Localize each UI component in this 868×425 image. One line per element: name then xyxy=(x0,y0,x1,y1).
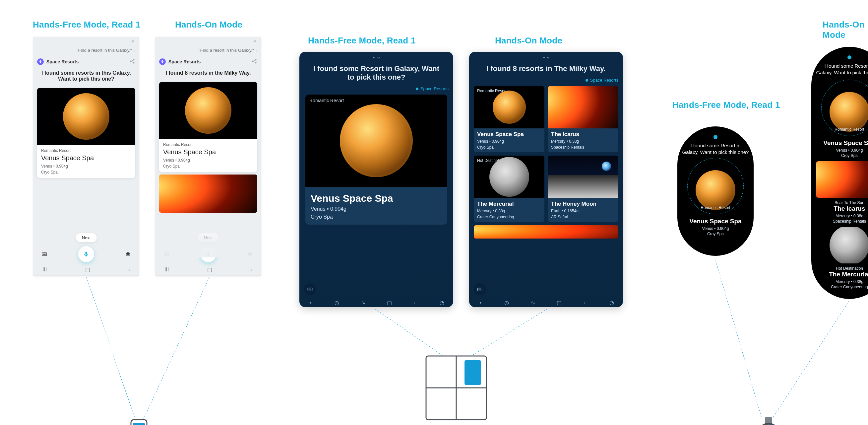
back-icon[interactable]: ‹ xyxy=(250,267,252,273)
svg-line-1 xyxy=(143,277,209,420)
chevron-down-icon[interactable]: ⌄⌄ xyxy=(300,52,453,61)
app-name: Space Resorts xyxy=(590,78,618,83)
home-nav-icon[interactable]: ▢ xyxy=(207,266,212,273)
chevron-down-icon[interactable]: ⌄⌄ xyxy=(469,52,623,61)
recents-icon[interactable]: III xyxy=(42,267,47,273)
svg-rect-7 xyxy=(43,253,44,254)
nav-home-icon[interactable]: ▢ xyxy=(554,300,565,306)
tile-title: The Honey Moon xyxy=(551,201,615,207)
breadcrumb-text: "Find a resort in this Galaxy." xyxy=(198,48,254,53)
nav-home-icon[interactable]: ▢ xyxy=(384,300,395,306)
card-title: Venus Space Spa xyxy=(816,139,868,147)
app-badge: Space Resorts xyxy=(469,76,623,84)
breadcrumb-text: "Find a resort in this Galaxy." xyxy=(76,48,132,53)
nav-clock-icon[interactable]: ◷ xyxy=(501,300,512,306)
next-button[interactable]: Next xyxy=(76,233,97,242)
nav-bell-icon[interactable]: ◔ xyxy=(437,300,447,306)
svg-rect-20 xyxy=(309,290,311,290)
dot-icon xyxy=(586,79,588,82)
nav-dot[interactable]: • xyxy=(475,300,486,306)
nav-graph-icon[interactable]: ∿ xyxy=(527,300,538,306)
home-nav-icon[interactable]: ▢ xyxy=(85,266,90,273)
top-dot-icon xyxy=(847,55,851,59)
card-title: Venus Space Spa xyxy=(41,154,131,162)
watch-device-icon xyxy=(755,416,781,425)
watch-item[interactable]: Romantic Resort Venus Space Spa Venus • … xyxy=(816,80,868,158)
card-sub2: Croy Spa xyxy=(682,232,749,236)
sun-icon xyxy=(816,161,868,198)
resort-card[interactable]: Romantic Resort Venus Space Spa Venus • … xyxy=(159,82,257,172)
share-icon[interactable] xyxy=(251,58,257,65)
planet-venus-icon xyxy=(340,104,413,177)
keyboard-button[interactable] xyxy=(304,283,316,295)
card-image xyxy=(37,88,135,145)
keyboard-button[interactable] xyxy=(38,248,51,260)
nav-dot[interactable]: • xyxy=(305,300,316,306)
label-watch-hf: Hands-Free Mode, Read 1 xyxy=(672,100,780,110)
second-card-image[interactable] xyxy=(159,174,257,213)
wifi-icon xyxy=(253,39,257,44)
tile-sub: Earth • 0.1654g xyxy=(551,209,615,213)
keyboard-button[interactable] xyxy=(160,248,173,260)
resort-grid: Romantic Resort Venus Space Spa Venus • … xyxy=(474,86,618,222)
card-kind: Hot Destination xyxy=(816,266,868,271)
resort-card[interactable]: Romantic Resort Venus Space Spa Venus • … xyxy=(305,94,447,225)
bottom-bar xyxy=(469,283,623,295)
svg-rect-21 xyxy=(477,288,482,291)
home-button[interactable] xyxy=(244,248,256,260)
planet-venus-icon xyxy=(63,93,110,140)
svg-rect-18 xyxy=(310,289,310,289)
android-nav: III ▢ ‹ xyxy=(34,266,138,273)
nav-bell-icon[interactable]: ◔ xyxy=(607,300,617,306)
card-body: Romantic Resort Venus Space Spa Venus • … xyxy=(37,145,135,178)
mic-button[interactable] xyxy=(200,246,216,262)
share-icon[interactable] xyxy=(129,58,135,65)
svg-rect-22 xyxy=(478,289,479,289)
resort-card[interactable]: Romantic Resort Venus Space Spa Venus • … xyxy=(37,88,135,178)
tile-image: Hot Destination xyxy=(474,155,545,198)
phone-device-icon xyxy=(130,419,148,425)
resort-tile[interactable]: Hot Destination The Mercurial Mercury • … xyxy=(474,155,545,222)
tile-image: Soar To The Sun xyxy=(548,86,618,129)
fridge-mock-ho: ⌄⌄ I found 8 resorts in The Milky Way. S… xyxy=(469,52,623,307)
mic-button[interactable] xyxy=(78,246,94,262)
home-button[interactable] xyxy=(122,248,134,260)
breadcrumb[interactable]: "Find a resort in this Galaxy." › xyxy=(34,46,138,55)
focus-ring[interactable]: Romantic Resort xyxy=(687,158,744,214)
app-badge: Space Resorts xyxy=(300,85,453,92)
svg-line-4 xyxy=(715,258,762,418)
back-icon[interactable]: ‹ xyxy=(128,267,130,273)
planet-venus-icon xyxy=(493,91,526,124)
tile-sub: Mercury • 0.38g xyxy=(551,139,615,144)
keyboard-button[interactable] xyxy=(474,283,486,295)
tile-sub2: AR Safari xyxy=(551,215,615,219)
more-row-image[interactable] xyxy=(474,225,618,238)
card-sub: Venus • 0.904g xyxy=(163,158,253,163)
next-button[interactable]: Next xyxy=(198,233,219,242)
nav-back-icon[interactable]: ← xyxy=(580,300,591,306)
earthrise-icon xyxy=(548,155,618,198)
watch-item[interactable]: Soar To The Sun The Icarus Mercury • 0.3… xyxy=(816,161,868,224)
recents-icon[interactable]: III xyxy=(164,267,169,273)
resort-tile[interactable]: Romantic Resort Venus Space Spa Venus • … xyxy=(474,86,545,152)
svg-rect-32 xyxy=(765,417,772,423)
breadcrumb[interactable]: "Find a resort in this Galaxy." › xyxy=(156,46,260,55)
nav-back-icon[interactable]: ← xyxy=(410,300,421,306)
svg-line-0 xyxy=(87,277,135,420)
nav-clock-icon[interactable]: ◷ xyxy=(332,300,342,306)
watch-item[interactable]: Hot Destination The Mercurial Mercury • … xyxy=(816,227,868,289)
card-image xyxy=(159,82,257,139)
fridge-device-icon xyxy=(425,355,488,421)
nav-graph-icon[interactable]: ∿ xyxy=(358,300,368,306)
resort-tile[interactable]: The Honey Moon Earth • 0.1654g AR Safari xyxy=(548,155,618,222)
tile-title: Venus Space Spa xyxy=(477,131,541,138)
label-fridge-ho: Hands-On Mode xyxy=(495,35,562,46)
android-nav: III ▢ ‹ xyxy=(156,266,260,273)
card-body: Venus Space Spa Venus • 0.904g Cryo Spa xyxy=(305,187,447,225)
app-name: Space Resorts xyxy=(421,86,448,91)
planet-venus-icon xyxy=(695,170,735,210)
app-chip-icon xyxy=(159,58,166,65)
card-sub2: Cryo Spa xyxy=(311,214,442,220)
resort-tile[interactable]: Soar To The Sun The Icarus Mercury • 0.3… xyxy=(548,86,618,152)
svg-rect-6 xyxy=(42,253,47,256)
